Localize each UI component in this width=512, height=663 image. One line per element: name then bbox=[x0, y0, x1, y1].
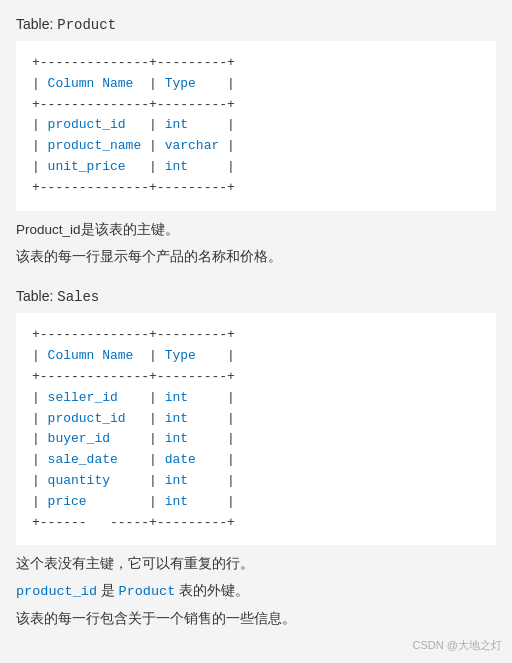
col-name: unit_price bbox=[48, 159, 126, 174]
col-name: product_id bbox=[48, 117, 126, 132]
col-name: product_id bbox=[48, 411, 126, 426]
header-type: Type bbox=[165, 348, 196, 363]
code-line: | product_id | int | bbox=[32, 409, 480, 430]
code-line: | product_id | int | bbox=[32, 115, 480, 136]
col-name: price bbox=[48, 494, 87, 509]
description-sales-2: 该表的每一行包含关于一个销售的一些信息。 bbox=[16, 608, 496, 631]
col-name: sale_date bbox=[48, 452, 118, 467]
type-name: int bbox=[165, 117, 188, 132]
code-line: +------ -----+---------+ bbox=[32, 513, 480, 534]
code-line: | quantity | int | bbox=[32, 471, 480, 492]
code-line: +--------------+---------+ bbox=[32, 53, 480, 74]
code-line: +--------------+---------+ bbox=[32, 95, 480, 116]
code-line: | product_name | varchar | bbox=[32, 136, 480, 157]
type-name: int bbox=[165, 431, 188, 446]
section-sales: Table: Sales+--------------+---------+| … bbox=[16, 288, 496, 631]
description-sales-0: 这个表没有主键，它可以有重复的行。 bbox=[16, 553, 496, 576]
watermark: CSDN @大地之灯 bbox=[413, 638, 502, 653]
type-name: varchar bbox=[165, 138, 220, 153]
type-name: int bbox=[165, 494, 188, 509]
col-name: buyer_id bbox=[48, 431, 110, 446]
type-name: int bbox=[165, 411, 188, 426]
code-line: | buyer_id | int | bbox=[32, 429, 480, 450]
inline-code: product_id bbox=[16, 584, 97, 599]
table-keyword: Table: bbox=[16, 288, 57, 304]
col-name: seller_id bbox=[48, 390, 118, 405]
table-name-product: Product bbox=[57, 17, 116, 33]
type-name: date bbox=[165, 452, 196, 467]
code-block-sales: +--------------+---------+| Column Name … bbox=[16, 313, 496, 545]
type-name: int bbox=[165, 159, 188, 174]
code-line: | Column Name | Type | bbox=[32, 346, 480, 367]
code-line: +--------------+---------+ bbox=[32, 325, 480, 346]
table-name-sales: Sales bbox=[57, 289, 99, 305]
code-line: +--------------+---------+ bbox=[32, 367, 480, 388]
col-name: quantity bbox=[48, 473, 110, 488]
col-name: product_name bbox=[48, 138, 142, 153]
type-name: int bbox=[165, 390, 188, 405]
section-product: Table: Product+--------------+---------+… bbox=[16, 16, 496, 268]
code-line: | Column Name | Type | bbox=[32, 74, 480, 95]
inline-code: Product bbox=[119, 584, 176, 599]
description-product-0: Product_id是该表的主键。 bbox=[16, 219, 496, 242]
code-block-product: +--------------+---------+| Column Name … bbox=[16, 41, 496, 211]
code-line: +--------------+---------+ bbox=[32, 178, 480, 199]
header-col: Column Name bbox=[48, 348, 134, 363]
code-line: | price | int | bbox=[32, 492, 480, 513]
table-label-product: Table: Product bbox=[16, 16, 496, 33]
code-line: | sale_date | date | bbox=[32, 450, 480, 471]
header-type: Type bbox=[165, 76, 196, 91]
code-line: | seller_id | int | bbox=[32, 388, 480, 409]
description-product-1: 该表的每一行显示每个产品的名称和价格。 bbox=[16, 246, 496, 269]
type-name: int bbox=[165, 473, 188, 488]
table-label-sales: Table: Sales bbox=[16, 288, 496, 305]
table-keyword: Table: bbox=[16, 16, 57, 32]
header-col: Column Name bbox=[48, 76, 134, 91]
code-line: | unit_price | int | bbox=[32, 157, 480, 178]
description-sales-1: product_id 是 Product 表的外键。 bbox=[16, 580, 496, 604]
